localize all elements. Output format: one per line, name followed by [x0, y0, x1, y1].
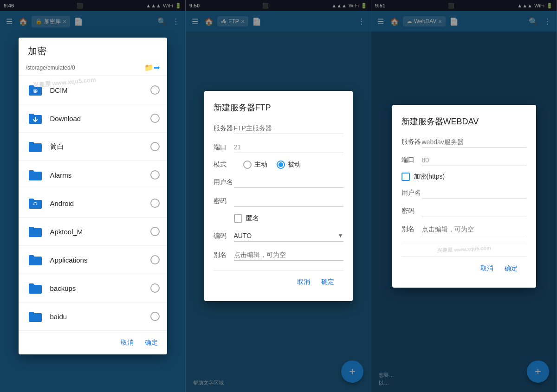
- list-item[interactable]: DCIM: [19, 76, 167, 104]
- ftp-alias-input[interactable]: [234, 249, 343, 261]
- list-item[interactable]: Applications: [19, 246, 167, 274]
- file-confirm-button[interactable]: 确定: [143, 335, 160, 351]
- ftp-server-input[interactable]: [234, 122, 343, 134]
- file-name-download: Download: [50, 115, 150, 122]
- webdav-server-label: 服务器: [402, 138, 422, 146]
- ftp-server-field: 服务器: [214, 122, 343, 134]
- file-name-dcim: DCIM: [50, 86, 150, 94]
- file-name-applications: Applications: [50, 256, 150, 264]
- ftp-mode-passive[interactable]: 被动: [277, 161, 301, 169]
- webdav-port-field: 端口: [402, 154, 527, 166]
- file-name-apktool: Apktool_M: [50, 228, 150, 236]
- panel-webdav: 9:51 ⬛ ▲▲▲ WiFi 🔋 ☰ 🏠 ☁ WebDAV ✕ 📄 🔍 ⋮ w…: [371, 0, 557, 392]
- file-name-jianbo: 简白: [50, 142, 150, 151]
- webdav-dialog-actions: 取消 确定: [402, 257, 527, 280]
- radio-jianbo[interactable]: [150, 142, 160, 151]
- folder-icon-baidu: [26, 307, 45, 326]
- file-picker-overlay: 加密 兴趣屋 www.xqu5.com /storage/emulated/0 …: [0, 0, 185, 392]
- webdav-dialog: 新建服务器WEBDAV 服务器 端口 加密(https) 用户名: [392, 105, 536, 288]
- webdav-username-label: 用户名: [402, 189, 422, 197]
- file-name-alarms: Alarms: [50, 171, 150, 179]
- radio-download[interactable]: [150, 114, 160, 123]
- folder-icon-alarms: [26, 166, 45, 184]
- webdav-password-label: 密码: [402, 207, 422, 215]
- ftp-mode-active[interactable]: 主动: [243, 161, 267, 169]
- ftp-alias-label: 别名: [214, 251, 234, 259]
- panel-ftp: 9:50 ⬛ ▲▲▲ WiFi 🔋 ☰ 🏠 🖧 FTP ✕ 📄 ⋮ FTP ⛓ …: [186, 0, 371, 392]
- ftp-anonymous-label: 匿名: [246, 214, 259, 223]
- webdav-password-field: 密码: [402, 206, 527, 217]
- ftp-password-field: 密码: [214, 195, 343, 207]
- ftp-dialog-overlay: 新建服务器FTP 服务器 端口 模式 主动: [186, 0, 371, 392]
- file-dialog-title: 加密: [19, 38, 167, 61]
- webdav-alias-input[interactable]: [422, 224, 527, 235]
- list-item[interactable]: Android: [19, 189, 167, 218]
- svg-point-3: [33, 204, 34, 205]
- file-picker-dialog: 加密 兴趣屋 www.xqu5.com /storage/emulated/0 …: [19, 38, 167, 354]
- webdav-cancel-button[interactable]: 取消: [479, 261, 495, 276]
- ftp-alias-row: 别名: [214, 249, 343, 261]
- ftp-dialog: 新建服务器FTP 服务器 端口 模式 主动: [204, 91, 353, 301]
- webdav-username-input[interactable]: [422, 187, 527, 199]
- svg-point-4: [36, 204, 37, 205]
- radio-applications[interactable]: [150, 255, 160, 264]
- ftp-username-label: 用户名: [214, 178, 234, 186]
- ftp-mode-row: 模式 主动 被动: [214, 161, 343, 169]
- ftp-encode-select[interactable]: AUTO ▼: [234, 230, 343, 242]
- webdav-encrypt-checkbox[interactable]: [402, 173, 410, 181]
- list-item[interactable]: baidu: [19, 302, 167, 331]
- ftp-mode-label: 模式: [214, 161, 234, 169]
- webdav-server-input[interactable]: [422, 136, 527, 148]
- ftp-username-field: 用户名: [214, 176, 343, 188]
- mode-active-label: 主动: [254, 161, 267, 169]
- folder-icon-download: [26, 109, 45, 128]
- webdav-password-input[interactable]: [422, 206, 527, 217]
- ftp-username-input[interactable]: [234, 176, 343, 188]
- radio-apktool[interactable]: [150, 227, 160, 236]
- file-list: DCIM Download: [19, 76, 167, 331]
- ftp-password-input[interactable]: [234, 195, 343, 207]
- ftp-confirm-button[interactable]: 确定: [319, 274, 336, 290]
- list-item[interactable]: backups: [19, 274, 167, 302]
- ftp-anonymous-row: 匿名: [214, 214, 343, 223]
- radio-passive-filled: [277, 161, 285, 169]
- radio-backups[interactable]: [150, 283, 160, 293]
- file-name-baidu: baidu: [50, 313, 150, 321]
- list-item[interactable]: Download: [19, 104, 167, 133]
- list-item[interactable]: Apktool_M: [19, 218, 167, 246]
- path-icon[interactable]: 📁➡: [144, 63, 160, 72]
- folder-icon-android: [26, 194, 45, 212]
- ftp-anonymous-checkbox[interactable]: [234, 214, 242, 223]
- radio-passive-dot: [278, 162, 283, 167]
- file-dialog-actions: 取消 确定: [19, 331, 167, 354]
- ftp-encode-label: 编码: [214, 232, 234, 240]
- ftp-cancel-button[interactable]: 取消: [295, 274, 312, 290]
- list-item[interactable]: Alarms: [19, 161, 167, 189]
- ftp-port-input[interactable]: [234, 141, 343, 153]
- webdav-dialog-overlay: 新建服务器WEBDAV 服务器 端口 加密(https) 用户名: [371, 0, 557, 392]
- webdav-encrypt-label: 加密(https): [414, 173, 445, 181]
- radio-baidu[interactable]: [150, 312, 160, 321]
- radio-alarms[interactable]: [150, 170, 160, 180]
- ftp-password-label: 密码: [214, 197, 234, 206]
- webdav-port-input[interactable]: [422, 154, 527, 166]
- ftp-dialog-actions: 取消 确定: [214, 270, 343, 294]
- radio-android[interactable]: [150, 199, 160, 208]
- list-item[interactable]: 简白: [19, 133, 167, 161]
- folder-icon-applications: [26, 251, 45, 269]
- ftp-dialog-title: 新建服务器FTP: [214, 102, 343, 113]
- ftp-encode-value: AUTO: [234, 232, 252, 239]
- webdav-username-field: 用户名: [402, 187, 527, 199]
- webdav-alias-label: 别名: [402, 225, 422, 233]
- webdav-server-field: 服务器: [402, 136, 527, 148]
- folder-icon-jianbo: [26, 137, 45, 156]
- file-cancel-button[interactable]: 取消: [119, 335, 136, 351]
- ftp-server-label: 服务器: [214, 124, 234, 133]
- ftp-port-label: 端口: [214, 143, 234, 152]
- folder-icon-apktool: [26, 222, 45, 241]
- webdav-confirm-button[interactable]: 确定: [503, 261, 519, 276]
- dropdown-arrow-icon: ▼: [338, 232, 343, 239]
- webdav-dialog-title: 新建服务器WEBDAV: [402, 116, 527, 127]
- mode-passive-label: 被动: [288, 161, 301, 169]
- radio-dcim[interactable]: [150, 85, 160, 95]
